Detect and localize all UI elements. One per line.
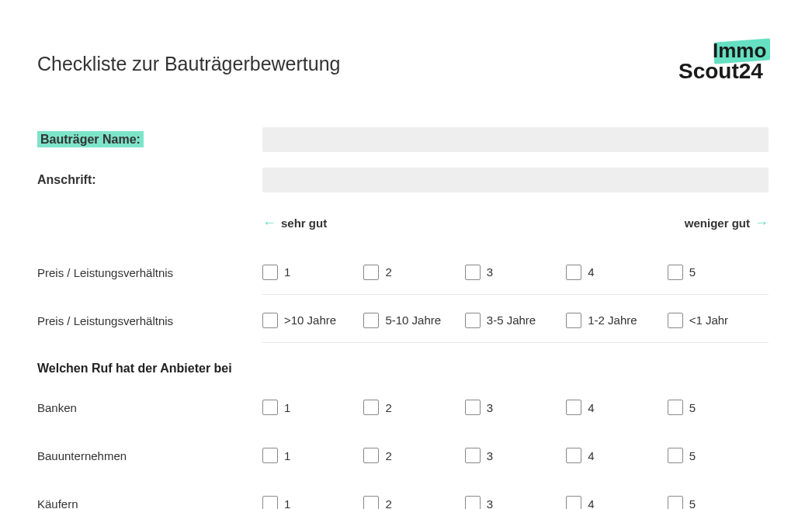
- checkbox[interactable]: [465, 400, 481, 415]
- option-label: 3: [487, 497, 493, 510]
- checkbox[interactable]: [668, 265, 683, 280]
- option-label: 5: [689, 265, 696, 279]
- checkbox[interactable]: [465, 265, 481, 280]
- rating-row-label: Banken: [37, 401, 262, 414]
- option-label: 4: [588, 449, 594, 462]
- address-label: Anschrift:: [37, 173, 96, 186]
- checkbox[interactable]: [465, 313, 481, 328]
- checkbox[interactable]: [262, 400, 278, 415]
- option-label: 1-2 Jahre: [588, 313, 637, 327]
- page-title: Checkliste zur Bauträgerbewertung: [37, 53, 340, 75]
- checkbox[interactable]: [363, 400, 379, 415]
- option-label: >10 Jahre: [284, 313, 336, 327]
- option-label: 3-5 Jahre: [487, 313, 536, 327]
- option-label: 1: [284, 265, 290, 279]
- checkbox[interactable]: [363, 496, 379, 509]
- option-label: 1: [284, 401, 290, 414]
- logo-line1: Immo: [713, 40, 766, 61]
- checkbox[interactable]: [262, 448, 278, 463]
- rating-row-label: Preis / Leistungsverhältnis: [37, 266, 262, 279]
- option-label: 5: [689, 449, 696, 462]
- name-input[interactable]: [262, 127, 769, 152]
- option-label: 3: [487, 401, 493, 414]
- checkbox[interactable]: [262, 265, 278, 280]
- logo-line2: Scout24: [678, 61, 763, 82]
- checkbox[interactable]: [363, 448, 379, 463]
- scale-right-label: weniger gut: [685, 216, 750, 230]
- option-label: 2: [385, 401, 391, 414]
- immoscout24-logo: Immo Scout24: [675, 37, 769, 84]
- option-label: 1: [284, 449, 290, 462]
- arrow-right-icon: →: [755, 216, 769, 230]
- option-label: 2: [385, 265, 391, 279]
- option-label: 5: [689, 497, 696, 510]
- checkbox[interactable]: [566, 313, 581, 328]
- option-label: 4: [588, 401, 594, 414]
- name-label: Bauträger Name:: [37, 131, 144, 147]
- option-label: 3: [487, 449, 493, 462]
- section-heading: Welchen Ruf hat der Anbieter bei: [37, 362, 769, 376]
- option-label: 2: [385, 497, 391, 510]
- option-label: 5-10 Jahre: [385, 313, 441, 327]
- checkbox[interactable]: [363, 265, 379, 280]
- checkbox[interactable]: [262, 313, 278, 328]
- checkbox[interactable]: [668, 400, 683, 415]
- checkbox[interactable]: [668, 496, 683, 509]
- option-label: 4: [588, 497, 594, 510]
- checkbox[interactable]: [566, 400, 581, 415]
- checkbox[interactable]: [566, 448, 581, 463]
- option-label: 1: [284, 497, 290, 510]
- checkbox[interactable]: [363, 313, 379, 328]
- rating-row-label: Bauunternehmen: [37, 449, 262, 462]
- checkbox[interactable]: [262, 496, 278, 509]
- option-label: 5: [689, 401, 696, 414]
- rating-row-label: Preis / Leistungsverhältnis: [37, 314, 262, 327]
- checkbox[interactable]: [566, 496, 581, 509]
- scale-header: ← sehr gut weniger gut →: [262, 216, 769, 230]
- address-input[interactable]: [262, 168, 769, 192]
- option-label: <1 Jahr: [689, 313, 728, 327]
- scale-left-label: sehr gut: [281, 216, 327, 230]
- arrow-left-icon: ←: [262, 216, 276, 230]
- checkbox[interactable]: [465, 448, 481, 463]
- rating-row-label: Käufern: [37, 497, 262, 510]
- option-label: 4: [588, 265, 594, 279]
- option-label: 3: [487, 265, 493, 279]
- checkbox[interactable]: [668, 448, 683, 463]
- checkbox[interactable]: [465, 496, 481, 509]
- option-label: 2: [385, 449, 391, 462]
- checkbox[interactable]: [566, 265, 581, 280]
- checkbox[interactable]: [668, 313, 683, 328]
